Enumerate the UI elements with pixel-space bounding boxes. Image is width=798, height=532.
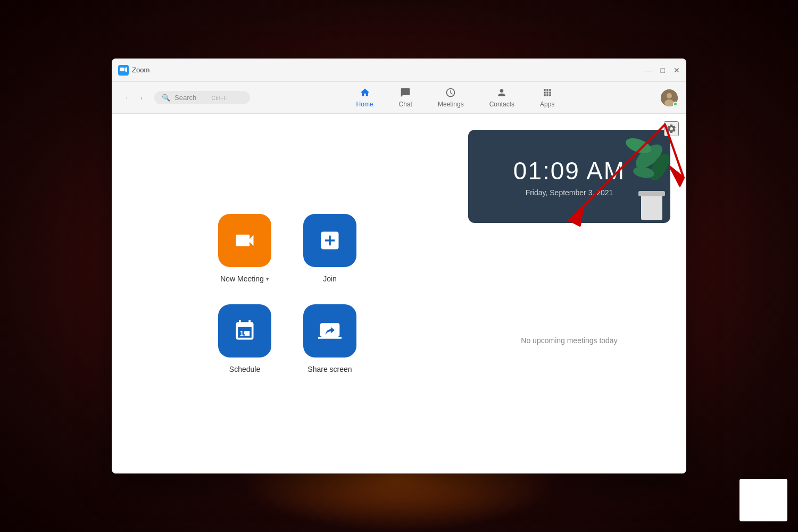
window-title: Zoom bbox=[132, 66, 149, 74]
action-panel: New Meeting ▾ Join bbox=[112, 114, 463, 473]
search-label: Search bbox=[174, 94, 196, 102]
no-meetings-text: No upcoming meetings today bbox=[521, 336, 617, 345]
new-meeting-label-row: New Meeting ▾ bbox=[220, 275, 269, 283]
schedule-item: 19 Schedule bbox=[218, 304, 271, 373]
clock-date: Friday, September 3, 2021 bbox=[526, 188, 613, 197]
title-bar-logo: Zoom bbox=[118, 65, 645, 76]
tab-home-label: Home bbox=[356, 101, 373, 108]
new-meeting-button[interactable] bbox=[218, 214, 271, 267]
tab-contacts-label: Contacts bbox=[489, 101, 514, 108]
settings-button[interactable] bbox=[664, 121, 679, 136]
nav-tabs: Home Chat Meetings bbox=[250, 84, 661, 111]
main-content: New Meeting ▾ Join bbox=[112, 114, 686, 473]
tab-meetings-label: Meetings bbox=[438, 101, 464, 108]
action-row-top: New Meeting ▾ Join bbox=[218, 214, 356, 283]
zoom-window: Zoom — □ ✕ ‹ › 🔍 Search Ctrl+F bbox=[112, 59, 686, 473]
action-row-bottom: 19 Schedule Share screen bbox=[218, 304, 356, 373]
chat-icon bbox=[400, 87, 411, 99]
meetings-panel: No upcoming meetings today bbox=[468, 223, 670, 458]
schedule-label: Schedule bbox=[229, 365, 260, 373]
maximize-button[interactable]: □ bbox=[661, 66, 665, 74]
nav-arrows: ‹ › bbox=[120, 92, 148, 104]
clock-card: 01:09 AM Friday, September 3, 2021 bbox=[468, 130, 670, 223]
svg-rect-0 bbox=[120, 68, 124, 71]
clock-time: 01:09 AM bbox=[513, 156, 625, 185]
join-label-row: Join bbox=[323, 275, 337, 283]
tab-meetings[interactable]: Meetings bbox=[427, 84, 475, 111]
zoom-icon bbox=[118, 65, 129, 76]
new-meeting-label: New Meeting bbox=[220, 275, 264, 283]
profile-area bbox=[661, 89, 678, 106]
title-bar: Zoom — □ ✕ bbox=[112, 59, 686, 82]
new-meeting-chevron: ▾ bbox=[266, 276, 269, 282]
schedule-label-row: Schedule bbox=[229, 365, 260, 373]
search-icon: 🔍 bbox=[162, 94, 170, 102]
meetings-icon bbox=[445, 87, 456, 99]
schedule-button[interactable]: 19 bbox=[218, 304, 271, 358]
minimize-button[interactable]: — bbox=[645, 66, 652, 74]
tab-apps[interactable]: Apps bbox=[529, 84, 565, 111]
share-screen-label-row: Share screen bbox=[307, 365, 352, 373]
tab-home[interactable]: Home bbox=[346, 84, 384, 111]
svg-point-3 bbox=[667, 93, 672, 98]
join-label: Join bbox=[323, 275, 337, 283]
contacts-icon bbox=[496, 87, 507, 99]
home-icon bbox=[360, 87, 370, 99]
new-meeting-item: New Meeting ▾ bbox=[218, 214, 271, 283]
svg-marker-1 bbox=[125, 67, 127, 72]
bottom-white-box bbox=[739, 479, 787, 521]
search-shortcut: Ctrl+F bbox=[211, 95, 227, 101]
online-indicator bbox=[673, 102, 678, 106]
apps-icon bbox=[542, 87, 553, 99]
tab-apps-label: Apps bbox=[540, 101, 554, 108]
svg-rect-14 bbox=[641, 194, 662, 220]
back-button[interactable]: ‹ bbox=[120, 92, 133, 104]
search-box[interactable]: 🔍 Search Ctrl+F bbox=[154, 91, 250, 104]
join-item: Join bbox=[303, 214, 356, 283]
close-button[interactable]: ✕ bbox=[674, 66, 680, 74]
nav-bar: ‹ › 🔍 Search Ctrl+F Home bbox=[112, 82, 686, 114]
tab-contacts[interactable]: Contacts bbox=[479, 84, 525, 111]
tab-chat[interactable]: Chat bbox=[388, 84, 423, 111]
share-screen-button[interactable] bbox=[303, 304, 356, 358]
svg-text:19: 19 bbox=[240, 329, 247, 337]
forward-button[interactable]: › bbox=[135, 92, 148, 104]
join-button[interactable] bbox=[303, 214, 356, 267]
svg-rect-15 bbox=[638, 191, 665, 196]
tab-chat-label: Chat bbox=[399, 101, 412, 108]
window-controls: — □ ✕ bbox=[645, 66, 680, 74]
share-screen-item: Share screen bbox=[303, 304, 356, 373]
share-screen-label: Share screen bbox=[307, 365, 352, 373]
right-panel: 01:09 AM Friday, September 3, 2021 No up… bbox=[463, 114, 686, 473]
